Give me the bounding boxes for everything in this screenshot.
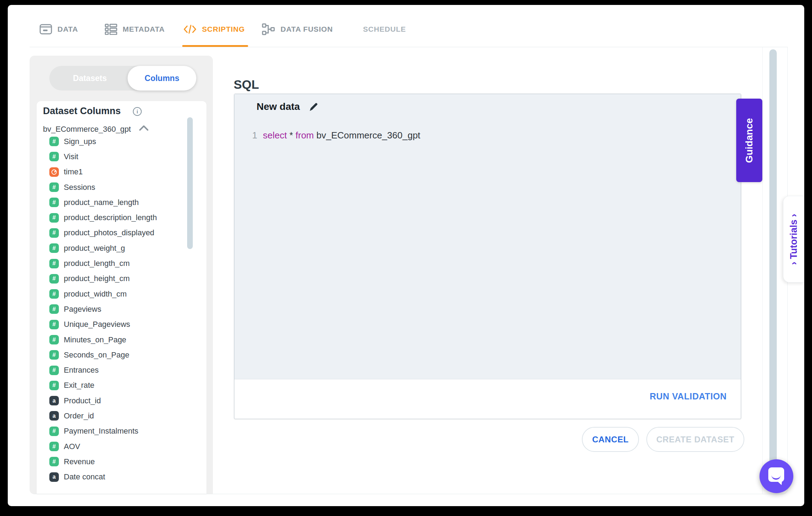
column-list-item[interactable]: product_length_cm [49, 256, 190, 271]
column-list-item[interactable]: Minutes_on_Page [49, 332, 190, 347]
column-list-item[interactable]: Entrances [49, 362, 190, 378]
tutorials-tab[interactable]: › Tutorials › [783, 196, 804, 282]
tutorials-tab-label: › Tutorials › [788, 214, 799, 265]
column-list-item[interactable]: product_photos_displayed [49, 225, 190, 241]
guidance-tab[interactable]: Guidance [736, 99, 762, 182]
column-list: Sign_ups Visit time1 Sessions product_na… [49, 134, 190, 485]
tab-metadata[interactable]: METADATA [105, 20, 165, 38]
code-line-1[interactable]: 1 select * from bv_ECommerce_360_gpt [248, 130, 420, 141]
column-list-item[interactable]: Payment_Instalments [49, 424, 190, 439]
column-name: time1 [64, 167, 83, 176]
column-list-item[interactable]: Seconds_on_Page [49, 347, 190, 362]
info-icon[interactable]: i [133, 107, 142, 116]
run-validation-button[interactable]: RUN VALIDATION [650, 391, 727, 402]
column-type-icon [49, 259, 59, 268]
toggle-option-columns[interactable]: Columns [128, 66, 196, 91]
column-type-icon [49, 228, 59, 238]
column-type-icon [49, 213, 59, 223]
page-title: SQL [234, 77, 259, 92]
column-name: product_photos_displayed [64, 228, 154, 237]
column-type-icon [49, 152, 59, 161]
tab-schedule[interactable]: SCHEDULE [363, 20, 406, 38]
column-name: Pageviews [64, 305, 101, 314]
column-name: product_weight_g [64, 244, 125, 253]
column-list-item[interactable]: Visit [49, 149, 190, 164]
edit-pencil-icon[interactable] [308, 101, 319, 112]
column-type-icon [49, 167, 59, 177]
column-list-item[interactable]: product_name_length [49, 195, 190, 210]
column-type-icon [49, 274, 59, 284]
dataset-name: bv_ECommerce_360_gpt [43, 125, 131, 134]
column-type-icon [49, 243, 59, 253]
column-list-item[interactable]: product_weight_g [49, 241, 190, 256]
column-type-icon [49, 457, 59, 466]
column-type-icon [49, 366, 59, 375]
create-dataset-button[interactable]: CREATE DATASET [646, 427, 744, 452]
column-name: Unique_Pageviews [64, 320, 130, 329]
tab-data[interactable]: DATA [39, 20, 78, 38]
column-name: product_name_length [64, 198, 139, 207]
column-name: Visit [64, 152, 78, 161]
dataset-group-row[interactable]: bv_ECommerce_360_gpt [43, 124, 198, 135]
column-type-icon [49, 411, 59, 421]
chat-bubble-tail [777, 480, 783, 486]
code-brackets-icon [183, 24, 197, 35]
column-list-item[interactable]: time1 [49, 164, 190, 180]
column-name: Product_id [64, 396, 101, 405]
toggle-option-datasets[interactable]: Datasets [49, 66, 130, 91]
sql-table-name: bv_ECommerce_360_gpt [314, 130, 420, 141]
column-list-item[interactable]: Revenue [49, 454, 190, 469]
column-name: product_description_length [64, 213, 157, 222]
column-name: Revenue [64, 457, 95, 466]
column-list-item[interactable]: Product_id [49, 393, 190, 408]
tab-data-fusion[interactable]: DATA FUSION [262, 20, 333, 38]
metadata-tab-icon [105, 24, 117, 35]
column-list-item[interactable]: Order_id [49, 408, 190, 423]
tab-schedule-label: SCHEDULE [363, 25, 406, 33]
flow-merge-icon [262, 23, 275, 35]
column-type-icon [49, 472, 59, 482]
sql-star: * [287, 130, 296, 141]
column-list-item[interactable]: Date concat [49, 470, 190, 485]
tab-data-label: DATA [57, 25, 78, 33]
column-list-item[interactable]: Unique_Pageviews [49, 317, 190, 332]
column-name: Exit_rate [64, 381, 94, 390]
column-type-icon [49, 198, 59, 207]
column-name: Sessions [64, 183, 95, 192]
page-scrollbar[interactable] [769, 49, 777, 492]
column-name: AOV [64, 442, 80, 451]
column-list-item[interactable]: Sign_ups [49, 134, 190, 149]
cancel-button[interactable]: CANCEL [582, 427, 639, 452]
column-name: product_width_cm [64, 290, 127, 299]
editor-footer: RUN VALIDATION [234, 379, 741, 418]
column-name: Date concat [64, 472, 105, 481]
column-type-icon [49, 137, 59, 146]
chat-launcher-button[interactable] [759, 459, 793, 493]
column-name: product_height_cm [64, 274, 130, 283]
column-list-scrollbar[interactable] [187, 117, 193, 249]
column-list-item[interactable]: AOV [49, 439, 190, 454]
column-name: Sign_ups [64, 137, 96, 146]
column-type-icon [49, 381, 59, 390]
column-list-item[interactable]: Pageviews [49, 301, 190, 317]
tab-scripting[interactable]: SCRIPTING [183, 20, 245, 38]
column-type-icon [49, 335, 59, 344]
column-list-item[interactable]: Sessions [49, 180, 190, 195]
column-type-icon [49, 289, 59, 299]
tab-data-fusion-label: DATA FUSION [281, 25, 333, 33]
column-type-icon [49, 350, 59, 360]
column-name: product_length_cm [64, 259, 130, 268]
column-name: Order_id [64, 411, 94, 421]
column-list-item[interactable]: product_height_cm [49, 271, 190, 286]
column-name: Entrances [64, 366, 99, 375]
tab-scripting-label: SCRIPTING [202, 25, 245, 33]
column-name: Payment_Instalments [64, 427, 139, 436]
sql-keyword-from: from [296, 130, 314, 141]
editor-title: New data [257, 101, 300, 112]
column-list-item[interactable]: product_description_length [49, 210, 190, 225]
column-list-item[interactable]: Exit_rate [49, 378, 190, 393]
chevron-up-icon[interactable] [139, 125, 149, 133]
column-list-item[interactable]: product_width_cm [49, 286, 190, 301]
column-type-icon [49, 427, 59, 436]
column-type-icon [49, 442, 59, 451]
